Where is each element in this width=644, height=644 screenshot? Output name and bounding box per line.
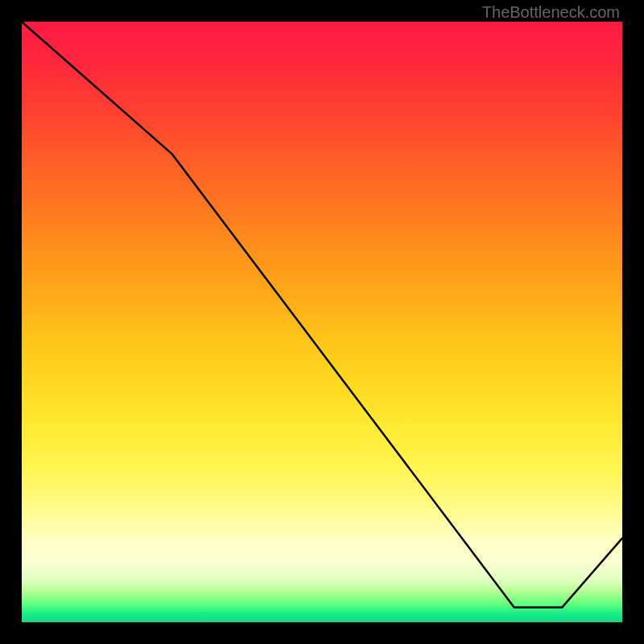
attribution-text: TheBottleneck.com	[482, 3, 620, 22]
chart-container: TheBottleneck.com	[0, 0, 644, 644]
chart-line-layer	[22, 22, 622, 622]
data-series-line	[22, 22, 622, 607]
